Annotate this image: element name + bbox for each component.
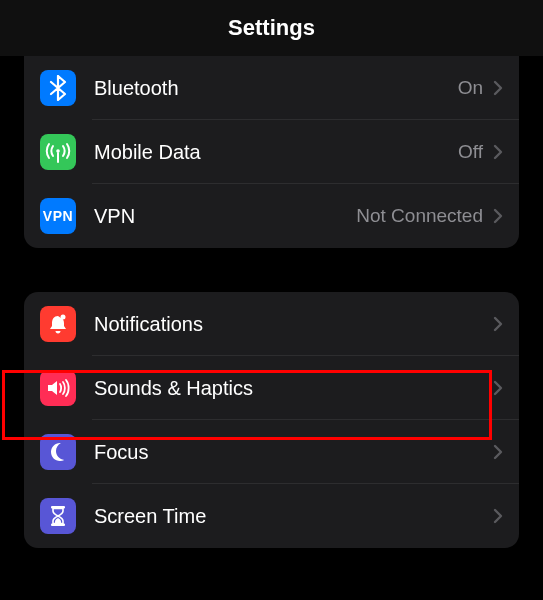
header: Settings	[0, 0, 543, 56]
row-label: VPN	[94, 205, 356, 228]
vpn-icon: VPN	[40, 198, 76, 234]
row-label: Mobile Data	[94, 141, 458, 164]
content: Bluetooth On Mobile Data Off VPN VPN Not…	[0, 56, 543, 548]
row-value: Off	[458, 141, 483, 163]
settings-group-connectivity: Bluetooth On Mobile Data Off VPN VPN Not…	[24, 56, 519, 248]
row-screen-time[interactable]: Screen Time	[24, 484, 519, 548]
chevron-right-icon	[493, 508, 503, 524]
row-notifications[interactable]: Notifications	[24, 292, 519, 356]
row-label: Bluetooth	[94, 77, 458, 100]
bluetooth-icon	[40, 70, 76, 106]
antenna-icon	[40, 134, 76, 170]
row-label: Focus	[94, 441, 493, 464]
row-value: Not Connected	[356, 205, 483, 227]
moon-icon	[40, 434, 76, 470]
chevron-right-icon	[493, 144, 503, 160]
bell-icon	[40, 306, 76, 342]
row-value: On	[458, 77, 483, 99]
chevron-right-icon	[493, 380, 503, 396]
chevron-right-icon	[493, 316, 503, 332]
row-sounds-haptics[interactable]: Sounds & Haptics	[24, 356, 519, 420]
hourglass-icon	[40, 498, 76, 534]
chevron-right-icon	[493, 444, 503, 460]
chevron-right-icon	[493, 80, 503, 96]
row-label: Notifications	[94, 313, 493, 336]
speaker-icon	[40, 370, 76, 406]
row-label: Screen Time	[94, 505, 493, 528]
chevron-right-icon	[493, 208, 503, 224]
row-focus[interactable]: Focus	[24, 420, 519, 484]
row-bluetooth[interactable]: Bluetooth On	[24, 56, 519, 120]
row-label: Sounds & Haptics	[94, 377, 493, 400]
row-mobile-data[interactable]: Mobile Data Off	[24, 120, 519, 184]
row-vpn[interactable]: VPN VPN Not Connected	[24, 184, 519, 248]
settings-group-general: Notifications Sounds & Haptics Focus	[24, 292, 519, 548]
page-title: Settings	[228, 15, 315, 41]
